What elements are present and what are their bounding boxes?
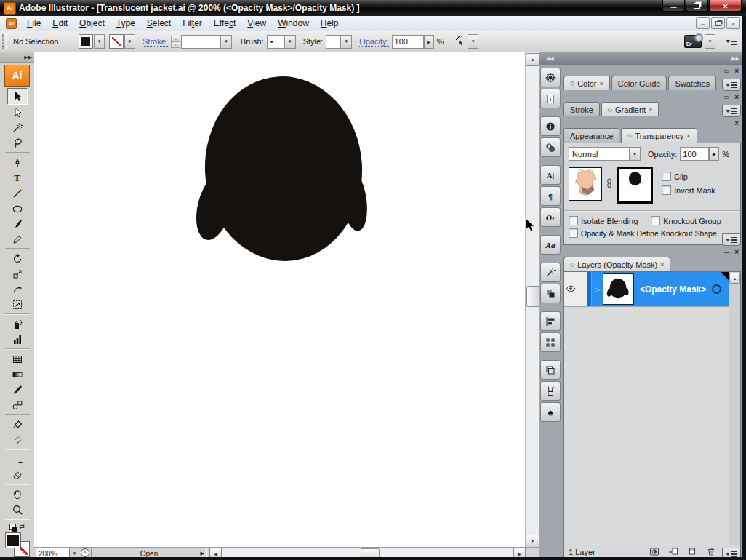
tab-appearance[interactable]: Appearance bbox=[563, 128, 619, 143]
menu-type[interactable]: Type bbox=[111, 17, 141, 30]
magic-wand-panel-panel-icon[interactable] bbox=[540, 263, 561, 282]
live-paint-selection-tool[interactable] bbox=[8, 432, 27, 447]
vertical-scrollbar[interactable]: ▲ ▼ bbox=[525, 52, 540, 547]
close-button[interactable] bbox=[709, 0, 742, 12]
brushes-panel-icon[interactable] bbox=[540, 381, 561, 401]
menu-filter[interactable]: Filter bbox=[177, 17, 208, 30]
lasso-tool[interactable] bbox=[8, 135, 27, 151]
symbols-panel-icon[interactable]: ♣ bbox=[540, 402, 561, 422]
scroll-up-button[interactable]: ▲ bbox=[526, 53, 540, 66]
artwork-thumbnail[interactable] bbox=[569, 167, 602, 201]
rotate-tool[interactable] bbox=[8, 251, 27, 266]
menu-select[interactable]: Select bbox=[141, 17, 177, 30]
menu-window[interactable]: Window bbox=[272, 17, 315, 30]
blend-mode-select[interactable]: Normal▼ bbox=[569, 147, 641, 161]
tab-swatches[interactable]: Swatches bbox=[668, 76, 716, 90]
expand-layer-arrow[interactable]: ▷ bbox=[595, 286, 600, 293]
chevron-down-icon[interactable]: ▼ bbox=[220, 36, 231, 48]
tab-close-icon[interactable]: × bbox=[599, 80, 603, 87]
layer-name[interactable]: <Opacity Mask> bbox=[640, 284, 706, 295]
scroll-down-button[interactable]: ▼ bbox=[526, 535, 540, 548]
tab-close-icon[interactable]: × bbox=[660, 261, 664, 268]
selection-tool[interactable] bbox=[7, 88, 28, 105]
transparency-flattener-panel-icon[interactable] bbox=[540, 284, 561, 303]
controlbar-grip[interactable] bbox=[2, 34, 7, 49]
head-silhouette-artwork[interactable] bbox=[196, 71, 370, 266]
layer-row-opacity-mask[interactable]: ▷ bbox=[564, 272, 729, 307]
swap-fill-stroke-icon[interactable]: ⇄ bbox=[19, 523, 25, 530]
panel-minimize-icon[interactable] bbox=[724, 249, 729, 256]
menu-object[interactable]: Object bbox=[73, 17, 111, 30]
panel-close-icon[interactable] bbox=[734, 68, 739, 75]
visibility-toggle[interactable] bbox=[564, 272, 577, 306]
brush-combo[interactable]: •▼ bbox=[267, 35, 296, 49]
canvas[interactable] bbox=[34, 52, 525, 547]
transparency-opacity-input[interactable]: 100 bbox=[680, 147, 709, 161]
opacity-mask-define-knockout-checkbox[interactable] bbox=[569, 228, 578, 238]
knockout-group-checkbox[interactable] bbox=[651, 216, 660, 225]
pencil-tool[interactable] bbox=[8, 231, 27, 247]
fill-swatch[interactable] bbox=[79, 34, 93, 49]
paintbrush-tool[interactable] bbox=[8, 216, 27, 231]
hand-tool[interactable] bbox=[8, 487, 27, 502]
tab-close-icon[interactable]: × bbox=[686, 132, 690, 140]
tab-layers-opacity-mask[interactable]: ◇Layers (Opacity Mask)× bbox=[563, 257, 670, 271]
attributes-panel-icon[interactable] bbox=[540, 137, 561, 157]
mesh-tool[interactable] bbox=[8, 351, 27, 367]
bridge-dropdown[interactable]: ▼ bbox=[705, 34, 715, 49]
stroke-weight-stepper[interactable]: ▲▼ bbox=[171, 36, 180, 48]
stroke-swatch[interactable] bbox=[109, 34, 124, 49]
symbol-sprayer-tool[interactable] bbox=[8, 316, 27, 332]
doc-restore-button[interactable] bbox=[711, 17, 725, 29]
select-similar-button[interactable] bbox=[451, 33, 467, 49]
isolate-blending-checkbox[interactable] bbox=[569, 216, 578, 225]
opacity-mask-thumbnail[interactable] bbox=[617, 167, 653, 204]
tools-panel-header[interactable]: ▶▶ bbox=[0, 52, 34, 63]
stroke-link[interactable]: Stroke: bbox=[143, 37, 168, 47]
layers-scrollbar[interactable]: ▲ bbox=[729, 272, 740, 545]
panel-minimize-icon[interactable] bbox=[724, 68, 730, 75]
layer-target-circle[interactable] bbox=[712, 284, 721, 294]
document-icon[interactable]: Ai bbox=[6, 18, 17, 29]
paragraph-panel-icon[interactable]: ¶ bbox=[540, 186, 561, 206]
fill-box[interactable] bbox=[5, 532, 21, 548]
layers-empty-area[interactable] bbox=[564, 307, 729, 545]
align-panel-icon[interactable] bbox=[540, 311, 561, 331]
scale-tool[interactable] bbox=[8, 266, 27, 281]
status-menu-arrow[interactable]: ▶ bbox=[201, 551, 204, 556]
menu-effect[interactable]: Effect bbox=[208, 17, 241, 30]
lock-toggle[interactable] bbox=[577, 272, 587, 306]
document-info-panel-icon[interactable] bbox=[540, 89, 561, 108]
line-segment-tool[interactable] bbox=[8, 185, 27, 201]
fill-dropdown[interactable]: ▼ bbox=[94, 34, 105, 49]
panel-minimize-icon[interactable] bbox=[724, 120, 729, 127]
blend-tool[interactable] bbox=[8, 397, 27, 412]
pathfinder-panel-icon[interactable] bbox=[540, 360, 561, 380]
gradient-tool[interactable] bbox=[8, 367, 27, 382]
menu-edit[interactable]: Edit bbox=[47, 17, 73, 30]
eraser-tool[interactable] bbox=[8, 467, 27, 482]
control-panel-menu-icon[interactable] bbox=[726, 39, 737, 45]
doc-minimize-button[interactable]: – bbox=[696, 17, 710, 29]
type-tool[interactable]: T bbox=[8, 170, 27, 185]
transform-panel-icon[interactable] bbox=[540, 332, 561, 352]
panel-close-icon[interactable] bbox=[734, 249, 739, 256]
tab-stroke[interactable]: Stroke bbox=[563, 102, 600, 116]
free-transform-tool[interactable] bbox=[8, 297, 27, 312]
pen-tool[interactable] bbox=[8, 155, 27, 170]
opacity-input[interactable]: 100 bbox=[392, 35, 424, 49]
glyphs-panel-icon[interactable]: Aa bbox=[540, 235, 561, 255]
go-to-bridge-button[interactable]: Br bbox=[684, 35, 702, 48]
zoom-tool[interactable] bbox=[8, 502, 27, 517]
transparency-panel-menu[interactable] bbox=[722, 233, 741, 246]
minimize-button[interactable] bbox=[662, 0, 685, 12]
clip-checkbox[interactable] bbox=[662, 172, 671, 181]
doc-close-button[interactable]: × bbox=[726, 17, 740, 29]
panel-close-icon[interactable] bbox=[734, 120, 739, 127]
stroke-weight-combo[interactable]: ▼ bbox=[181, 35, 232, 49]
panel-close-icon[interactable] bbox=[734, 94, 739, 101]
default-fill-stroke-icon[interactable] bbox=[9, 524, 16, 530]
tab-color-guide[interactable]: Color Guide bbox=[611, 76, 667, 90]
stroke-dropdown[interactable]: ▼ bbox=[124, 34, 135, 49]
character-panel-icon[interactable]: A| bbox=[540, 165, 561, 185]
